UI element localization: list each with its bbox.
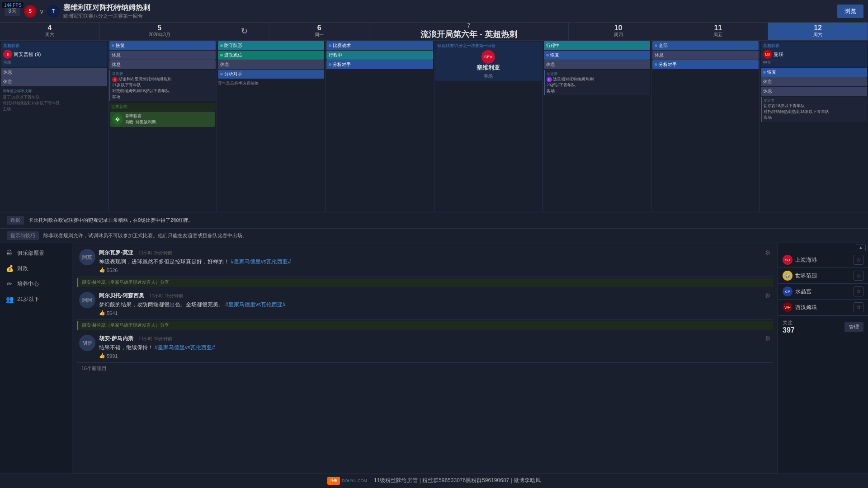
username-3: 胡安-萨马内斯 [99,335,133,342]
right-team-logo-4: WH [783,302,793,312]
gear-icon-2[interactable]: ⚙ [765,292,771,299]
day-name-10: 周四 [614,32,623,38]
right-sidebar: ▲ SH 上海海港 ☆ 🌍 世界范围 ☆ CP 水晶宫 ☆ WH 西汉姆联 ☆ [778,243,868,474]
time-1: 11小时 15分钟前 [138,250,172,255]
sidebar-item-club[interactable]: 🏛 俱乐部愿景 [0,245,72,261]
col8-league: 欧冠联赛/八分之一决赛第一回合 [438,43,539,49]
browse-button[interactable]: 浏览 [837,5,863,18]
chat-header-1: 阿尔瓦罗-莫亚 11小时 15分钟前 [99,249,761,257]
manage-button[interactable]: 管理 [844,322,863,332]
col12-team-logo: MU [763,50,772,59]
follow-label: 关注 [783,319,795,326]
username-2: 阿尔贝托-阿森西奥 [99,292,144,299]
col7-travel[interactable]: 行程中 [326,51,433,60]
col10-sub-label: 发近赛 [547,71,648,76]
gear-icon-1[interactable]: ⚙ [765,249,771,256]
col12-recover[interactable]: 恢复 [761,68,867,77]
username-1: 阿尔瓦罗-莫亚 [99,249,133,256]
col7-dot1 [329,44,331,47]
col7-tactic[interactable]: 比赛战术 [326,41,433,50]
col11-event2: 分析对手 [659,61,677,68]
col12-dot1 [763,71,766,74]
league-badge-col4: 英超联赛 S 南安普顿 (9) 主场 [1,42,107,67]
refresh-area[interactable]: ↻ [219,23,269,40]
message-2: 梦幻般的结果，攻防两端都很出色。全场都很完美。 #皇家马德里vs瓦伦西亚# [99,301,761,309]
world-news-content: 希甲联赛 前瞻: 特里波利斯... [125,113,160,125]
calendar-day-4[interactable]: 4 周六 [0,23,100,40]
col12-rest1[interactable]: 休息 [761,77,867,86]
col6-analyze[interactable]: 分析对手 [218,70,324,79]
col4-team: 南安普顿 (9) [14,51,41,58]
col7-analyze[interactable]: 分析对手 [326,60,433,69]
follow-count: 397 [783,326,795,334]
sidebar-item-youth[interactable]: 👥 21岁以下 [0,291,72,307]
col4-sub-detail: 普丁18岁以下青年队对托特纳姆热刺18岁以下青年队主场 [3,94,105,112]
calendar-day-5[interactable]: 5 2028年3月 [100,23,220,40]
col7-dot2 [329,63,331,66]
calendar-day-11[interactable]: 11 周五 [668,23,768,40]
calendar-day-10[interactable]: 10 周四 [569,23,669,40]
col5-rest2[interactable]: 休息 [109,60,216,69]
col10-rest[interactable]: 休息 [544,60,650,69]
col11-analyze[interactable]: 分析对手 [652,60,759,69]
col12-match-card[interactable]: 英超联赛 MU 曼联 中立 [761,42,867,67]
world-news-card[interactable]: ⚽ 希甲联赛 前瞻: 特里波利斯... [110,112,215,127]
likes-3: 👍 5991 [99,353,761,359]
col4-event-rest1[interactable]: 休息 [1,68,107,77]
link-3[interactable]: #皇家马德里vs瓦伦西亚# [155,344,215,351]
gear-icon-3[interactable]: ⚙ [765,335,771,342]
chat-header-3: 胡安-萨马内斯 11小时 15分钟前 [99,335,761,343]
chat-item-3: 胡萨 胡安-萨马内斯 11小时 15分钟前 结果不错，继续保持！ #皇家马德里v… [77,331,773,363]
sidebar-item-training[interactable]: ✏ 培养中心 [0,276,72,291]
day-name-12: 周六 [813,32,822,38]
right-team-4: WH 西汉姆联 ☆ [778,300,868,315]
like-icon-3: 👍 [99,353,105,359]
col11-event1: 全部 [659,42,668,49]
col10-travel[interactable]: 行程中 [544,41,650,50]
col4-sub-label: 青年足总杯半决赛 [3,89,105,94]
link-2[interactable]: #皇家马德里vs瓦伦西亚# [225,301,285,308]
col5-rest1[interactable]: 休息 [109,51,216,60]
calendar-day-6[interactable]: 6 周一 [269,23,369,40]
col8-match-card[interactable]: 欧冠联赛/八分之一决赛第一回合 SEV 塞维利亚 客场 [435,42,542,81]
sidebar-item-finance[interactable]: 💰 财政 [0,261,72,276]
col6-attack[interactable]: 进攻跑位 [218,51,324,60]
col5-dot1 [112,44,114,47]
right-action-btn-4[interactable]: ☆ [854,302,863,312]
tips-bar: 提示与技巧 除非联赛规则允许，试训球员不可以参加正式比赛。他们只能在友谊赛或预备… [0,229,868,243]
col11-all[interactable]: 全部 [652,41,759,50]
cal-col-6: 防守队形 进攻跑位 休息 分析对手 青年足总杯半决赛抽签 [217,41,326,212]
col11-rest[interactable]: 休息 [652,51,759,60]
refresh-icon[interactable]: ↻ [241,26,248,36]
col11-dot1 [655,44,657,47]
col11-dot2 [655,63,657,66]
news-logo: ⚽ [112,114,123,125]
col6-defend[interactable]: 防守队形 [218,41,324,50]
col4-event-rest2[interactable]: 休息 [1,77,107,86]
col12-sub-label: 发近赛 [764,98,865,103]
col10-recover[interactable]: 恢复 [544,51,650,60]
sidebar-youth-label: 21岁以下 [17,296,39,303]
col6-rest[interactable]: 休息 [218,60,324,69]
year-month: 2028年3月 [149,32,170,38]
right-action-btn-1[interactable]: ☆ [854,255,863,265]
col5-recover[interactable]: 恢复 [109,41,216,50]
col10-sub-teams: D 达灵顿对托特纳姆热刺 [547,76,648,82]
right-action-btn-3[interactable]: ☆ [854,286,863,296]
col4-sub: 青年足总杯半决赛 普丁18岁以下青年队对托特纳姆热刺18岁以下青年队主场 [1,87,107,113]
likes-1: 👍 5526 [99,267,761,273]
calendar-day-12[interactable]: 12 周六 [768,23,868,40]
right-action-btn-2[interactable]: ☆ [854,271,863,281]
day-name-11: 周五 [713,32,722,38]
col5-event1: 恢复 [116,42,125,49]
main-chat: 阿莫 阿尔瓦罗-莫亚 11小时 15分钟前 神级表现啊，进球虽然不多但是控球真是… [72,243,778,474]
world-news[interactable]: 世界新闻 ⚽ 希甲联赛 前瞻: 特里波利斯... [109,103,216,127]
right-team-logo-2: 🌍 [783,271,793,281]
douyu-url: DOUYU.COM [342,479,367,483]
douyu-logo: 斗鱼 DOUYU.COM [327,477,367,485]
new-items-text: 16个新项目 [81,366,107,371]
new-items-bar: 16个新项目 [77,363,773,374]
scroll-up-btn[interactable]: ▲ [856,244,866,251]
link-1[interactable]: #皇家马德里vs瓦伦西亚# [231,258,291,265]
col12-rest2[interactable]: 休息 [761,87,867,96]
